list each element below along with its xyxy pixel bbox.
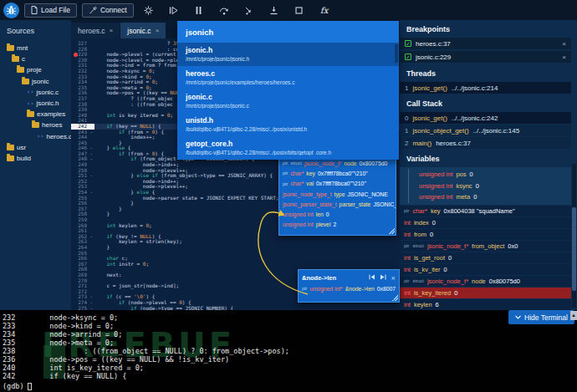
code-text[interactable]: keylen = strlen(key);	[94, 239, 400, 245]
code-text[interactable]	[94, 251, 400, 257]
close-icon[interactable]: ×	[391, 275, 396, 282]
tree-item-examples[interactable]: examples	[0, 109, 71, 120]
step-into-button[interactable]	[239, 2, 259, 18]
tree-item-jsonic.h[interactable]: ‹›jsonic.h	[0, 98, 71, 109]
thread-item[interactable]: 1jsonic_get()../../jsonic.c:214	[400, 82, 571, 94]
tooltip-member-row[interactable]: unsigned intplevel2	[283, 220, 396, 230]
hide-terminal-button[interactable]: Hide Terminal	[508, 310, 574, 324]
debugger-app: Load File Connect	[0, 0, 577, 392]
tree-item-build[interactable]: build	[0, 153, 71, 164]
code-line-267[interactable]: 267 int instr = 0;	[71, 262, 400, 267]
search-result-getopt_core.h[interactable]: getopt_core.h/build/glibc-vjB4T1/glibc-2…	[177, 136, 399, 160]
remove-breakpoint-icon[interactable]: ×	[562, 40, 566, 48]
search-result-heroes.c[interactable]: heroes.c/mnt/c/proje/jsonic/examples/her…	[177, 66, 399, 89]
search-result-jsonic.c[interactable]: jsonic.c/mnt/c/proje/jsonic/jsonic.c	[177, 89, 399, 113]
tab-heroes.c[interactable]: heroes.c×	[71, 23, 120, 38]
functions-button[interactable]: fx	[314, 2, 334, 18]
tooltip-member-row[interactable]: jsonic_node_type_ttypeJSONIC_NONE	[283, 189, 396, 199]
tree-item-heroes[interactable]: heroes	[0, 120, 71, 130]
variable-row[interactable]: ptrchar*key0x8004038 "squadName"	[400, 206, 571, 216]
variable-row[interactable]: intkeylen6	[400, 299, 571, 310]
app-logo[interactable]	[3, 3, 19, 18]
sources-title: Sources	[0, 20, 71, 43]
panel-scrollbar-thumb[interactable]	[572, 207, 576, 291]
tooltip-member-row[interactable]: unsigned intlen0	[283, 209, 396, 219]
fold-marker-icon[interactable]: -	[89, 234, 93, 240]
ptr-badge: ptr	[302, 286, 307, 291]
dropdown-scrollbar-thumb[interactable]	[395, 44, 398, 63]
tooltip-member-row[interactable]: ptrchar*key0x7ffff78bca0"'\210"	[283, 168, 396, 178]
search-result-jsonic.h[interactable]: jsonic.h/mnt/c/proje/jsonic/jsonic.h	[177, 43, 399, 66]
terminal-scroll-up-arrow[interactable]: ▲	[570, 311, 577, 320]
variable-child-row[interactable]: unsigned intmeta0	[408, 191, 571, 203]
variable-type: jsonic_parser_state_t	[283, 201, 337, 207]
tooltip-resize-grip[interactable]	[389, 228, 395, 234]
variable-row[interactable]: intis_key_itered0	[400, 288, 571, 298]
code-line-266[interactable]: 266 char c;	[71, 256, 400, 262]
variable-row[interactable]: ptrstructjsonic_node_t*from_object0x0	[400, 241, 571, 252]
variable-value: 0x0	[508, 242, 518, 250]
call-stack-frame[interactable]: 2main()heroes.c:37	[400, 137, 571, 149]
variable-child-row[interactable]: unsigned intksync0	[408, 181, 571, 192]
search-result-unistd.h[interactable]: unistd.h/build/glibc-vjB4T1/glibc-2.28/m…	[177, 113, 399, 136]
connect-button[interactable]: Connect	[82, 3, 134, 18]
breakpoint-item[interactable]: ✓heroes.c:37×	[400, 38, 571, 49]
code-file-icon: ‹›	[27, 89, 33, 95]
fold-marker-icon[interactable]: -	[89, 156, 93, 162]
fold-marker-icon[interactable]: -	[89, 190, 93, 196]
fold-marker-icon[interactable]: -	[89, 173, 93, 179]
remove-breakpoint-icon[interactable]: ×	[562, 53, 566, 61]
continue-button[interactable]	[164, 2, 184, 18]
stop-button[interactable]	[289, 2, 309, 18]
call-stack-frame[interactable]: 0jsonic_get()../../jsonic.c:242	[400, 112, 571, 124]
gdb-prompt[interactable]: (gdb)	[3, 382, 32, 390]
pause-button[interactable]	[189, 2, 209, 18]
tab-close-icon[interactable]: ×	[110, 27, 114, 34]
nav-next-icon[interactable]	[380, 274, 386, 282]
tooltip-member-row[interactable]: jsonic_parser_state_tparser_stateJSONIC_…	[283, 199, 396, 209]
tooltip-resize-grip[interactable]	[392, 295, 398, 301]
tree-item-usr[interactable]: usr	[0, 142, 71, 153]
code-line-263[interactable]: 263 keylen = strlen(key);	[71, 239, 400, 245]
variable-row[interactable]: intis_get_root0	[400, 252, 571, 263]
call-stack-frame[interactable]: 1jsonic_object_get()../../jsonic.c:145	[400, 125, 571, 136]
search-result-path: /build/glibc-vjB4T1/glibc-2.28/misc/../p…	[186, 150, 391, 155]
breakpoint-item[interactable]: ✓jsonic.c:229×	[400, 51, 571, 63]
code-text[interactable]: char c;	[94, 256, 400, 262]
tab-jsonic.c[interactable]: jsonic.c×	[120, 23, 166, 38]
variable-value: 0	[476, 182, 479, 190]
tab-close-icon[interactable]: ×	[156, 27, 160, 34]
variable-name: meta	[456, 193, 470, 201]
step-out-button[interactable]	[264, 2, 284, 18]
watch-expression-row[interactable]: ptrunsigned int*&node->len0x80075e8	[302, 283, 396, 293]
variable-name: from	[414, 231, 426, 238]
terminal-pane[interactable]: FREEBUF 232 node->ksync = 0;233 node->ki…	[0, 310, 577, 392]
code-text[interactable]: int instr = 0;	[94, 262, 400, 267]
code-line-265[interactable]: 265	[71, 251, 400, 257]
tree-item-proje[interactable]: proje	[0, 64, 71, 75]
breakpoint-enabled-checkbox[interactable]: ✓	[405, 40, 411, 47]
tree-item-c[interactable]: c	[0, 53, 71, 64]
tree-item-heroes.c[interactable]: ‹›heroes.c	[0, 131, 71, 142]
fold-marker-icon[interactable]: -	[89, 130, 93, 135]
variable-child-row[interactable]: unsigned intpos0	[408, 169, 571, 181]
tooltip-member-row[interactable]: ptrchar*val0x7ffff78bca0"'\210"	[283, 179, 396, 189]
file-search-input[interactable]: jsonich	[177, 21, 399, 43]
code-line-264[interactable]: 264 }	[71, 245, 400, 251]
debug-settings-button[interactable]	[139, 2, 159, 18]
tree-item-mnt[interactable]: mnt	[0, 43, 71, 53]
code-text[interactable]: }	[94, 245, 400, 251]
panel-scrollbar[interactable]	[572, 164, 576, 308]
variable-row[interactable]: intfrom0	[400, 229, 571, 240]
breakpoint-enabled-checkbox[interactable]: ✓	[405, 53, 411, 60]
variable-row[interactable]: ptrstructjsonic_node_t*node0x80075d0	[400, 276, 571, 287]
load-file-button[interactable]: Load File	[24, 3, 77, 18]
folder-icon	[32, 122, 39, 128]
step-over-button[interactable]	[214, 2, 234, 18]
nav-prev-icon[interactable]	[369, 274, 375, 282]
tree-item-jsonic.c[interactable]: ‹›jsonic.c	[0, 87, 71, 98]
tree-item-jsonic[interactable]: jsonic	[0, 76, 71, 87]
breakpoint-dot-icon[interactable]	[74, 53, 78, 57]
variable-row[interactable]: intindex0	[400, 217, 571, 228]
variable-row[interactable]: intis_kv_iter0	[400, 264, 571, 275]
